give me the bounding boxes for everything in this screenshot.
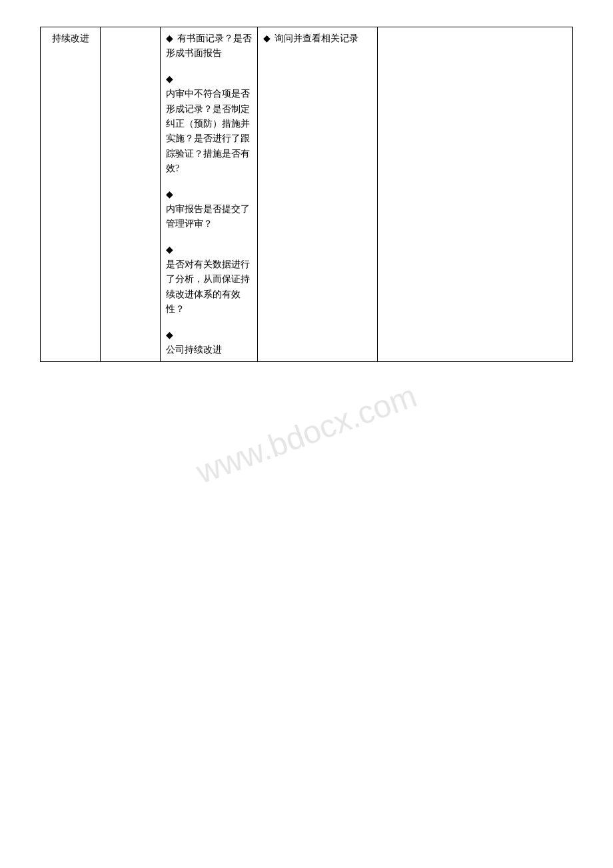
question-block-1: ◆ 有书面记录？是否形成书面报告 [166, 31, 252, 61]
question-text-5: 公司持续改进 [166, 345, 222, 355]
category-label: 持续改进 [52, 33, 89, 43]
method-diamond-1: ◆ [263, 31, 271, 46]
question-block-4: ◆ 是否对有关数据进行了分析，从而保证持续改进体系的有效性？ [166, 243, 252, 317]
remarks-cell [378, 27, 573, 362]
diamond-icon-5: ◆ [166, 328, 173, 343]
question-text-4: 是否对有关数据进行了分析，从而保证持续改进体系的有效性？ [166, 259, 250, 314]
diamond-icon-2: ◆ [166, 72, 173, 87]
table-row: 持续改进 ◆ 有书面记录？是否形成书面报告 ◆ 内审中不符合项是否形成记录？是 [41, 27, 573, 362]
question-text-3: 内审报告是否提交了管理评审？ [166, 204, 250, 229]
category-cell: 持续改进 [41, 27, 101, 362]
watermark: www.bdocx.com [192, 377, 422, 491]
method-block-1: ◆ 询问并查看相关记录 [263, 31, 372, 46]
diamond-icon-4: ◆ [166, 243, 173, 257]
diamond-icon-1: ◆ [166, 31, 173, 46]
questions-cell: ◆ 有书面记录？是否形成书面报告 ◆ 内审中不符合项是否形成记录？是否制定纠正（… [161, 27, 258, 362]
question-block-3: ◆ 内审报告是否提交了管理评审？ [166, 187, 252, 232]
audit-table: 持续改进 ◆ 有书面记录？是否形成书面报告 ◆ 内审中不符合项是否形成记录？是 [40, 27, 573, 362]
question-block-5: ◆ 公司持续改进 [166, 328, 252, 358]
question-text-1: 有书面记录？是否形成书面报告 [166, 33, 252, 58]
question-text-2: 内审中不符合项是否形成记录？是否制定纠正（预防）措施并实施？是否进行了跟踪验证？… [166, 89, 250, 173]
main-table-container: 持续改进 ◆ 有书面记录？是否形成书面报告 ◆ 内审中不符合项是否形成记录？是 [40, 27, 573, 362]
methods-cell: ◆ 询问并查看相关记录 [258, 27, 378, 362]
diamond-icon-3: ◆ [166, 187, 173, 202]
question-block-2: ◆ 内审中不符合项是否形成记录？是否制定纠正（预防）措施并实施？是否进行了跟踪验… [166, 72, 252, 177]
col2-cell [101, 27, 161, 362]
method-text-1: 询问并查看相关记录 [275, 33, 358, 43]
